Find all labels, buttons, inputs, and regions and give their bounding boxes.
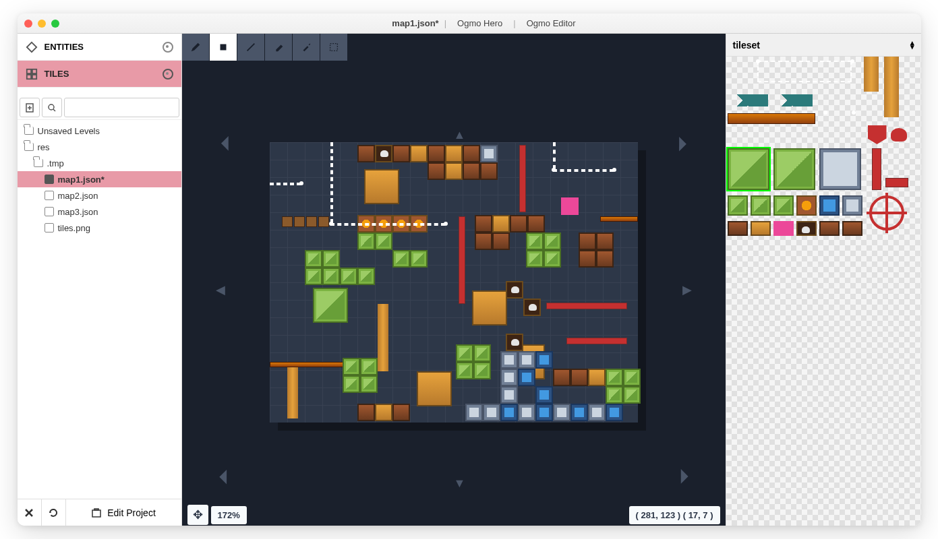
expand-se-icon[interactable]: ◢ [670,466,689,485]
tileset-tile[interactable] [757,61,852,82]
window-title: map1.json*|Ogmo Hero|Ogmo Editor [59,18,914,28]
eyedropper-tool[interactable] [293,34,320,61]
editor-window: map1.json*|Ogmo Hero|Ogmo Editor ENTITIE… [18,13,921,526]
cursor-coords: ( 281, 123 ) ( 17, 7 ) [629,506,720,524]
close-project-button[interactable] [18,499,42,526]
status-bar: ✥ 172% ( 281, 123 ) ( 17, 7 ) [182,504,726,526]
close-window-icon[interactable] [24,20,32,28]
edit-project-button[interactable]: Edit Project [66,499,181,526]
file-tiles-png[interactable]: tiles.png [18,220,181,236]
tileset-tile[interactable] [842,195,862,216]
folder-icon [34,159,43,167]
new-file-button[interactable] [20,98,40,117]
titlebar: map1.json*|Ogmo Hero|Ogmo Editor [18,13,921,34]
fill-tool[interactable] [210,34,237,61]
tileset-tile[interactable] [751,221,771,236]
tileset-tile[interactable] [868,125,887,144]
expand-sw-icon[interactable]: ◣ [218,466,237,485]
expand-w-icon[interactable]: ◀ [216,282,225,297]
layer-tiles[interactable]: TILES [18,61,181,88]
tileset-tile[interactable] [728,195,748,216]
svg-rect-2 [32,69,36,73]
right-panel: tileset ▴▾ [726,34,921,526]
level-canvas[interactable] [270,142,638,423]
file-map1[interactable]: map1.json* [18,171,181,187]
pan-icon[interactable]: ✥ [187,505,208,525]
maximize-window-icon[interactable] [51,20,59,28]
svg-rect-15 [220,44,226,51]
tool-toolbar [182,34,726,61]
left-panel: ENTITIES TILES Unsaved Levels res .tmp m… [18,34,182,526]
visibility-icon[interactable] [163,42,173,53]
file-icon [45,223,54,232]
tileset-tile[interactable] [819,221,840,236]
svg-rect-13 [92,510,100,517]
folder-icon [24,127,34,135]
tileset-tile[interactable] [885,178,908,187]
tileset-tile[interactable] [796,195,817,216]
tileset-tile[interactable] [728,221,748,236]
expand-s-icon[interactable]: ▼ [454,476,466,491]
svg-rect-3 [26,74,30,78]
reload-button[interactable] [42,499,66,526]
chevron-updown-icon: ▴▾ [910,41,914,49]
tileset-dropdown[interactable]: tileset ▴▾ [726,34,921,57]
file-unsaved-levels[interactable]: Unsaved Levels [18,123,181,139]
select-tool[interactable] [320,34,347,61]
tileset-tile[interactable] [819,148,861,190]
svg-line-9 [53,109,55,111]
gear-icon [91,507,102,518]
tileset-tile[interactable] [869,195,904,230]
eraser-tool[interactable] [265,34,292,61]
tileset-palette[interactable] [726,57,921,526]
tileset-tile[interactable] [796,221,817,236]
svg-rect-17 [330,44,337,51]
file-res[interactable]: res [18,139,181,155]
svg-rect-4 [32,74,36,78]
tileset-tile[interactable] [772,94,813,106]
tileset-tile[interactable] [773,221,794,236]
line-tool[interactable] [237,34,264,61]
canvas-viewport[interactable]: ◤ ◥ ◣ ◢ ▲ ▼ ◀ ▶ [182,61,726,504]
visibility-icon[interactable] [163,69,173,80]
zoom-level[interactable]: 172% [211,506,247,524]
minimize-window-icon[interactable] [38,20,46,28]
file-icon [45,207,54,216]
tileset-tile[interactable] [819,195,840,216]
layer-entities[interactable]: ENTITIES [18,34,181,61]
expand-e-icon[interactable]: ▶ [682,282,692,297]
tileset-tile[interactable] [751,195,771,216]
tileset-tile[interactable] [891,128,907,142]
expand-n-icon[interactable]: ▲ [454,128,466,142]
tileset-tile[interactable] [728,113,815,124]
svg-line-16 [247,44,254,51]
search-input[interactable] [64,98,179,117]
file-map3[interactable]: map3.json [18,204,181,220]
tileset-tile[interactable] [842,221,862,236]
file-tmp[interactable]: .tmp [18,155,181,171]
tileset-tile[interactable] [864,57,879,92]
file-icon [45,191,54,200]
tileset-tile[interactable] [884,57,899,117]
tileset-tile[interactable] [773,148,815,190]
svg-rect-1 [26,69,30,73]
tileset-tile[interactable] [872,148,881,190]
svg-point-8 [49,104,54,110]
expand-ne-icon[interactable]: ◥ [670,133,689,152]
tileset-tile-selected[interactable] [728,148,769,190]
folder-icon [24,143,34,151]
search-icon[interactable] [42,98,62,117]
window-controls [24,20,59,28]
layer-label: TILES [45,69,69,79]
center-canvas: ◤ ◥ ◣ ◢ ▲ ▼ ◀ ▶ [182,34,726,526]
tileset-tile[interactable] [728,94,768,106]
body: ENTITIES TILES Unsaved Levels res .tmp m… [18,34,921,526]
svg-marker-0 [26,42,36,51]
pencil-tool[interactable] [182,34,209,61]
file-map2[interactable]: map2.json [18,187,181,204]
left-footer: Edit Project [18,499,181,526]
file-search-row [18,96,181,120]
expand-nw-icon[interactable]: ◤ [218,133,237,152]
layer-label: ENTITIES [45,42,84,52]
tileset-tile[interactable] [773,195,794,216]
